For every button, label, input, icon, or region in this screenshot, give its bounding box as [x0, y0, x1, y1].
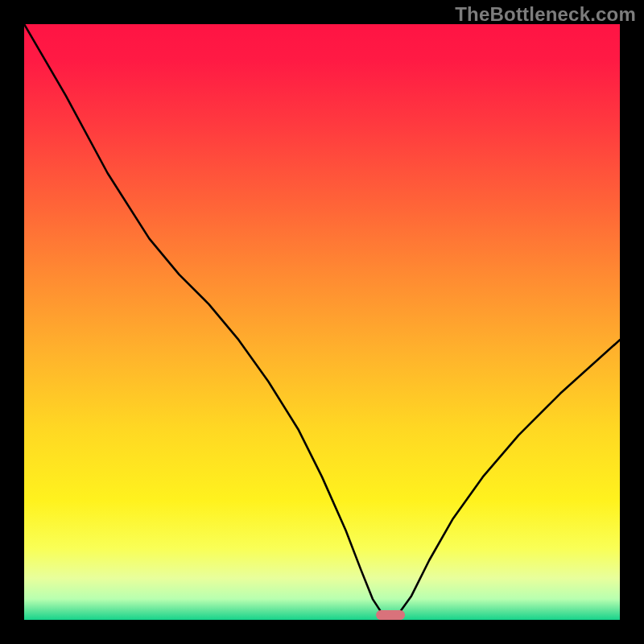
gradient-background — [24, 24, 620, 620]
watermark-text: TheBottleneck.com — [455, 3, 636, 26]
plot-svg — [24, 24, 620, 620]
chart-frame: TheBottleneck.com — [0, 0, 644, 644]
plot-area — [24, 24, 620, 620]
optimum-marker — [376, 610, 405, 620]
